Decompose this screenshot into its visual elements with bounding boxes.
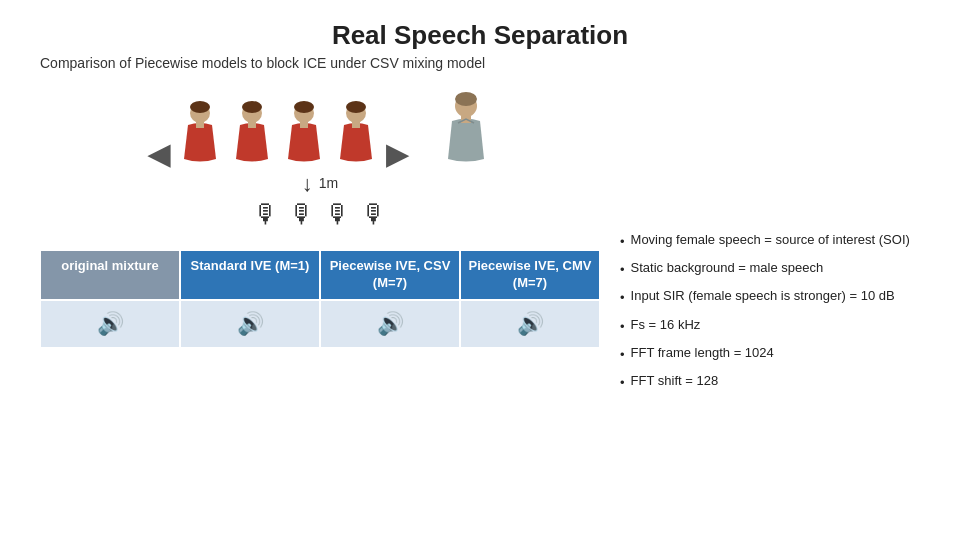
- bullet-text-4: Fs = 16 kHz: [631, 316, 701, 336]
- mic-3-icon: 🎙: [325, 199, 351, 230]
- mic-1-icon: 🎙: [253, 199, 279, 230]
- svg-point-10: [346, 101, 366, 113]
- table-header-row: original mixture Standard IVE (M=1) Piec…: [40, 250, 600, 300]
- svg-rect-11: [352, 122, 360, 128]
- bullet-dot-3: •: [620, 289, 625, 307]
- bullet-4: • Fs = 16 kHz: [620, 316, 920, 336]
- bullet-text-2: Static background = male speech: [631, 259, 824, 279]
- svg-rect-5: [248, 122, 256, 128]
- bullet-dot-5: •: [620, 346, 625, 364]
- female-figure-2: [226, 99, 278, 171]
- bullet-5: • FFT frame length = 1024: [620, 344, 920, 364]
- bullet-1: • Moving female speech = source of inter…: [620, 231, 920, 251]
- table-header-original: original mixture: [40, 250, 180, 300]
- scene-area: ◀: [40, 91, 600, 348]
- results-table: original mixture Standard IVE (M=1) Piec…: [40, 250, 600, 348]
- bullet-dot-2: •: [620, 261, 625, 279]
- table-header-standard-ive: Standard IVE (M=1): [180, 250, 320, 300]
- speaker-3-icon: 🔊: [377, 311, 404, 337]
- table-header-piecewise-csv: Piecewise IVE, CSV (M=7): [320, 250, 460, 300]
- bullet-list: • Moving female speech = source of inter…: [620, 231, 920, 400]
- arrow-down-icon: ↓: [302, 173, 313, 195]
- female-figure-3: [278, 99, 330, 171]
- speaker-1-icon: 🔊: [97, 311, 124, 337]
- svg-point-13: [455, 92, 477, 106]
- arrow-right-icon: ▶: [386, 138, 408, 171]
- bullet-text-1: Moving female speech = source of interes…: [631, 231, 910, 251]
- table-cell-standard-ive-audio[interactable]: 🔊: [180, 300, 320, 348]
- female-figure-1: [174, 99, 226, 171]
- svg-point-4: [242, 101, 262, 113]
- bullet-dot-6: •: [620, 374, 625, 392]
- mic-4-icon: 🎙: [361, 199, 387, 230]
- bullet-3: • Input SIR (female speech is stronger) …: [620, 287, 920, 307]
- main-content: ◀: [40, 81, 920, 530]
- svg-rect-8: [300, 122, 308, 128]
- page: Real Speech Separation Comparison of Pie…: [0, 0, 960, 540]
- table-data-row: 🔊 🔊 🔊 🔊: [40, 300, 600, 348]
- svg-point-7: [294, 101, 314, 113]
- page-subtitle: Comparison of Piecewise models to block …: [40, 55, 920, 71]
- svg-rect-2: [196, 122, 204, 128]
- svg-point-1: [190, 101, 210, 113]
- bullet-text-5: FFT frame length = 1024: [631, 344, 774, 364]
- male-figure: [436, 91, 496, 171]
- table-cell-piecewise-csv-audio[interactable]: 🔊: [320, 300, 460, 348]
- speaker-4-icon: 🔊: [517, 311, 544, 337]
- distance-label: 1m: [319, 175, 338, 191]
- bullet-text-3: Input SIR (female speech is stronger) = …: [631, 287, 895, 307]
- right-panel: • Moving female speech = source of inter…: [610, 81, 920, 530]
- bullet-2: • Static background = male speech: [620, 259, 920, 279]
- table-cell-original-audio[interactable]: 🔊: [40, 300, 180, 348]
- table-cell-piecewise-cmv-audio[interactable]: 🔊: [460, 300, 600, 348]
- arrow-left-icon: ◀: [148, 138, 170, 171]
- female-figure-4: [330, 99, 382, 171]
- page-title: Real Speech Separation: [40, 20, 920, 51]
- mic-2-icon: 🎙: [289, 199, 315, 230]
- left-panel: ◀: [40, 81, 600, 530]
- bullet-text-6: FFT shift = 128: [631, 372, 719, 392]
- bullet-dot-4: •: [620, 318, 625, 336]
- bullet-6: • FFT shift = 128: [620, 372, 920, 392]
- table-header-piecewise-cmv: Piecewise IVE, CMV (M=7): [460, 250, 600, 300]
- speaker-2-icon: 🔊: [237, 311, 264, 337]
- microphones-row: 🎙 🎙 🎙 🎙: [253, 199, 387, 230]
- bullet-dot-1: •: [620, 233, 625, 251]
